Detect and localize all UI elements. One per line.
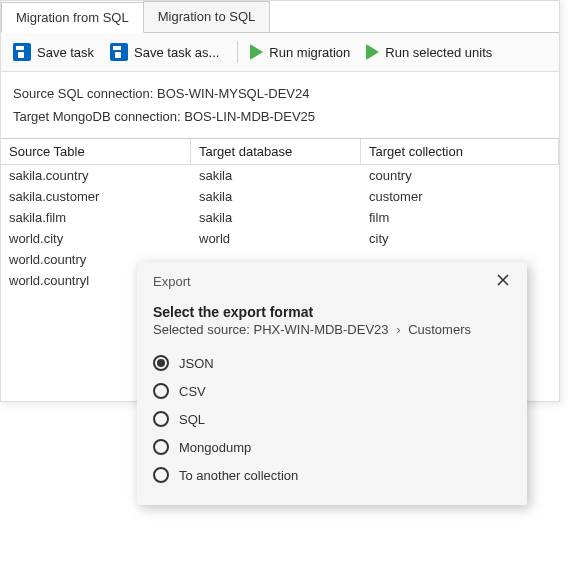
close-icon[interactable] xyxy=(491,270,515,292)
save-task-button[interactable]: Save task xyxy=(11,41,102,63)
run-migration-button[interactable]: Run migration xyxy=(248,42,358,62)
save-label: Save task xyxy=(37,45,94,60)
option-label: JSON xyxy=(179,356,214,371)
modal-header: Export xyxy=(137,262,527,292)
cell-db: world xyxy=(191,228,361,249)
save-as-label: Save task as... xyxy=(134,45,219,60)
selected-item: Customers xyxy=(408,322,471,337)
connection-info: Source SQL connection: BOS-WIN-MYSQL-DEV… xyxy=(1,72,559,138)
radio-icon xyxy=(153,383,169,399)
cell-source: sakila.customer xyxy=(1,186,191,207)
cell-db: sakila xyxy=(191,165,361,186)
cell-db: sakila xyxy=(191,186,361,207)
save-icon xyxy=(13,43,31,61)
cell-coll: city xyxy=(361,228,559,249)
cell-source: sakila.film xyxy=(1,207,191,228)
tab-label: Migration from SQL xyxy=(16,10,129,25)
source-value: BOS-WIN-MYSQL-DEV24 xyxy=(157,86,309,101)
option-label: Mongodump xyxy=(179,440,251,455)
modal-title: Select the export format xyxy=(137,292,527,322)
export-dialog: Export Select the export format Selected… xyxy=(137,262,527,505)
table-row[interactable]: sakila.country sakila country xyxy=(1,165,559,186)
option-label: CSV xyxy=(179,384,206,399)
play-icon xyxy=(366,44,379,60)
source-connection-row: Source SQL connection: BOS-WIN-MYSQL-DEV… xyxy=(13,82,547,105)
target-value: BOS-LIN-MDB-DEV25 xyxy=(184,109,315,124)
radio-icon xyxy=(153,411,169,427)
cell-source: world.city xyxy=(1,228,191,249)
target-connection-row: Target MongoDB connection: BOS-LIN-MDB-D… xyxy=(13,105,547,128)
export-option-csv[interactable]: CSV xyxy=(137,377,527,405)
source-label: Source SQL connection: xyxy=(13,86,153,101)
cell-db: sakila xyxy=(191,207,361,228)
selected-prefix: Selected source: xyxy=(153,322,250,337)
col-source-table[interactable]: Source Table xyxy=(1,139,191,164)
export-option-sql[interactable]: SQL xyxy=(137,405,527,433)
modal-window-label: Export xyxy=(153,274,191,289)
tab-migration-to-sql[interactable]: Migration to SQL xyxy=(143,1,271,32)
export-option-json[interactable]: JSON xyxy=(137,349,527,377)
col-target-database[interactable]: Target database xyxy=(191,139,361,164)
cell-source: sakila.country xyxy=(1,165,191,186)
save-icon xyxy=(110,43,128,61)
save-task-as-button[interactable]: Save task as... xyxy=(108,41,227,63)
export-option-mongodump[interactable]: Mongodump xyxy=(137,433,527,461)
radio-icon xyxy=(153,439,169,455)
table-row[interactable]: sakila.film sakila film xyxy=(1,207,559,228)
run-selected-label: Run selected units xyxy=(385,45,492,60)
run-label: Run migration xyxy=(269,45,350,60)
option-label: SQL xyxy=(179,412,205,427)
cell-coll: country xyxy=(361,165,559,186)
cell-coll: customer xyxy=(361,186,559,207)
tab-label: Migration to SQL xyxy=(158,9,256,24)
tab-migration-from-sql[interactable]: Migration from SQL xyxy=(1,2,144,33)
radio-icon xyxy=(153,355,169,371)
tab-bar: Migration from SQL Migration to SQL xyxy=(1,1,559,33)
toolbar: Save task Save task as... Run migration … xyxy=(1,33,559,72)
table-header-row: Source Table Target database Target coll… xyxy=(1,139,559,165)
export-option-another-collection[interactable]: To another collection xyxy=(137,461,527,489)
selected-source: PHX-WIN-MDB-DEV23 xyxy=(253,322,388,337)
col-target-collection[interactable]: Target collection xyxy=(361,139,559,164)
table-row[interactable]: sakila.customer sakila customer xyxy=(1,186,559,207)
table-row[interactable]: world.city world city xyxy=(1,228,559,249)
play-icon xyxy=(250,44,263,60)
chevron-right-icon: › xyxy=(396,322,400,337)
cell-coll: film xyxy=(361,207,559,228)
modal-subtitle: Selected source: PHX-WIN-MDB-DEV23 › Cus… xyxy=(137,322,527,349)
toolbar-separator xyxy=(237,41,238,63)
radio-icon xyxy=(153,467,169,483)
run-selected-units-button[interactable]: Run selected units xyxy=(364,42,500,62)
option-label: To another collection xyxy=(179,468,298,483)
target-label: Target MongoDB connection: xyxy=(13,109,181,124)
